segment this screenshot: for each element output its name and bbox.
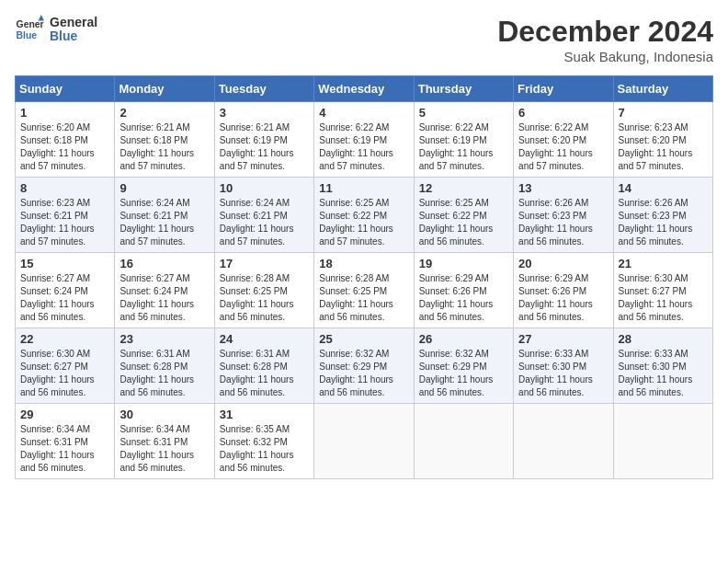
day-info: Sunrise: 6:32 AM Sunset: 6:29 PM Dayligh…: [419, 348, 508, 399]
calendar-cell: 31 Sunrise: 6:35 AM Sunset: 6:32 PM Dayl…: [214, 404, 313, 479]
calendar-cell: 24 Sunrise: 6:31 AM Sunset: 6:28 PM Dayl…: [214, 328, 313, 404]
day-number: 25: [319, 332, 408, 346]
day-number: 9: [119, 181, 209, 195]
logo: General Blue General Blue: [15, 15, 97, 44]
day-info: Sunrise: 6:34 AM Sunset: 6:31 PM Dayligh…: [20, 423, 109, 475]
day-info: Sunrise: 6:33 AM Sunset: 6:30 PM Dayligh…: [619, 348, 708, 399]
day-info: Sunrise: 6:25 AM Sunset: 6:22 PM Dayligh…: [419, 197, 508, 248]
day-info: Sunrise: 6:22 AM Sunset: 6:19 PM Dayligh…: [319, 121, 408, 173]
calendar-cell: [613, 404, 712, 479]
calendar-cell: 4 Sunrise: 6:22 AM Sunset: 6:19 PM Dayli…: [314, 102, 414, 178]
day-info: Sunrise: 6:22 AM Sunset: 6:19 PM Dayligh…: [419, 121, 508, 173]
day-number: 19: [419, 257, 508, 270]
day-number: 17: [220, 257, 309, 270]
calendar-cell: 30 Sunrise: 6:34 AM Sunset: 6:31 PM Dayl…: [115, 404, 214, 479]
calendar-cell: 28 Sunrise: 6:33 AM Sunset: 6:30 PM Dayl…: [613, 328, 712, 404]
logo-blue: Blue: [50, 29, 97, 43]
day-info: Sunrise: 6:33 AM Sunset: 6:30 PM Dayligh…: [518, 348, 608, 399]
day-number: 2: [119, 106, 209, 120]
day-number: 30: [119, 408, 209, 421]
calendar-cell: 2 Sunrise: 6:21 AM Sunset: 6:18 PM Dayli…: [115, 102, 214, 178]
day-number: 13: [518, 181, 608, 195]
calendar-cell: 5 Sunrise: 6:22 AM Sunset: 6:19 PM Dayli…: [414, 102, 513, 178]
calendar-cell: 25 Sunrise: 6:32 AM Sunset: 6:29 PM Dayl…: [314, 328, 414, 404]
day-info: Sunrise: 6:32 AM Sunset: 6:29 PM Dayligh…: [319, 348, 408, 399]
day-info: Sunrise: 6:24 AM Sunset: 6:21 PM Dayligh…: [119, 197, 209, 248]
calendar-cell: [414, 404, 513, 479]
day-info: Sunrise: 6:21 AM Sunset: 6:18 PM Dayligh…: [119, 121, 209, 173]
day-info: Sunrise: 6:28 AM Sunset: 6:25 PM Dayligh…: [220, 272, 309, 324]
day-number: 1: [20, 106, 109, 120]
location: Suak Bakung, Indonesia: [497, 49, 713, 64]
calendar-cell: [514, 404, 613, 479]
day-number: 14: [619, 181, 708, 195]
day-number: 18: [319, 257, 408, 270]
day-info: Sunrise: 6:29 AM Sunset: 6:26 PM Dayligh…: [419, 272, 508, 324]
calendar-cell: 6 Sunrise: 6:22 AM Sunset: 6:20 PM Dayli…: [514, 102, 613, 178]
calendar-cell: 22 Sunrise: 6:30 AM Sunset: 6:27 PM Dayl…: [16, 328, 115, 404]
calendar-week-row: 15 Sunrise: 6:27 AM Sunset: 6:24 PM Dayl…: [16, 253, 713, 328]
calendar-cell: 1 Sunrise: 6:20 AM Sunset: 6:18 PM Dayli…: [16, 102, 115, 178]
calendar-cell: 14 Sunrise: 6:26 AM Sunset: 6:23 PM Dayl…: [613, 178, 712, 253]
day-info: Sunrise: 6:24 AM Sunset: 6:21 PM Dayligh…: [220, 197, 309, 248]
calendar-cell: 8 Sunrise: 6:23 AM Sunset: 6:21 PM Dayli…: [16, 178, 115, 253]
calendar-week-row: 1 Sunrise: 6:20 AM Sunset: 6:18 PM Dayli…: [16, 102, 713, 178]
logo-general: General: [50, 16, 97, 29]
weekday-header: Friday: [514, 76, 613, 102]
calendar-cell: 21 Sunrise: 6:30 AM Sunset: 6:27 PM Dayl…: [613, 253, 712, 328]
logo-icon: General Blue: [15, 15, 44, 44]
day-number: 3: [220, 106, 309, 120]
day-number: 27: [518, 332, 608, 346]
day-info: Sunrise: 6:34 AM Sunset: 6:31 PM Dayligh…: [119, 423, 209, 475]
day-number: 28: [619, 332, 708, 346]
day-info: Sunrise: 6:31 AM Sunset: 6:28 PM Dayligh…: [119, 348, 209, 399]
calendar-cell: 20 Sunrise: 6:29 AM Sunset: 6:26 PM Dayl…: [514, 253, 613, 328]
day-info: Sunrise: 6:26 AM Sunset: 6:23 PM Dayligh…: [619, 197, 708, 248]
day-info: Sunrise: 6:22 AM Sunset: 6:20 PM Dayligh…: [518, 121, 608, 173]
calendar-header-row: SundayMondayTuesdayWednesdayThursdayFrid…: [16, 76, 713, 102]
day-number: 20: [518, 257, 608, 270]
day-number: 21: [619, 257, 708, 270]
calendar-cell: 19 Sunrise: 6:29 AM Sunset: 6:26 PM Dayl…: [414, 253, 513, 328]
day-info: Sunrise: 6:35 AM Sunset: 6:32 PM Dayligh…: [220, 423, 309, 475]
day-number: 24: [220, 332, 309, 346]
day-info: Sunrise: 6:23 AM Sunset: 6:20 PM Dayligh…: [619, 121, 708, 173]
calendar-cell: 13 Sunrise: 6:26 AM Sunset: 6:23 PM Dayl…: [514, 178, 613, 253]
day-info: Sunrise: 6:31 AM Sunset: 6:28 PM Dayligh…: [220, 348, 309, 399]
weekday-header: Thursday: [414, 76, 513, 102]
weekday-header: Saturday: [613, 76, 712, 102]
day-number: 26: [419, 332, 508, 346]
day-info: Sunrise: 6:28 AM Sunset: 6:25 PM Dayligh…: [319, 272, 408, 324]
day-number: 5: [419, 106, 508, 120]
svg-text:Blue: Blue: [17, 30, 38, 40]
calendar-cell: 23 Sunrise: 6:31 AM Sunset: 6:28 PM Dayl…: [115, 328, 214, 404]
svg-marker-2: [39, 15, 44, 20]
calendar-cell: 7 Sunrise: 6:23 AM Sunset: 6:20 PM Dayli…: [613, 102, 712, 178]
day-number: 22: [20, 332, 109, 346]
day-info: Sunrise: 6:30 AM Sunset: 6:27 PM Dayligh…: [619, 272, 708, 324]
day-number: 11: [319, 181, 408, 195]
calendar-week-row: 8 Sunrise: 6:23 AM Sunset: 6:21 PM Dayli…: [16, 178, 713, 253]
day-number: 6: [518, 106, 608, 120]
calendar-cell: 27 Sunrise: 6:33 AM Sunset: 6:30 PM Dayl…: [514, 328, 613, 404]
weekday-header: Monday: [115, 76, 214, 102]
day-number: 7: [619, 106, 708, 120]
day-info: Sunrise: 6:30 AM Sunset: 6:27 PM Dayligh…: [20, 348, 109, 399]
day-info: Sunrise: 6:25 AM Sunset: 6:22 PM Dayligh…: [319, 197, 408, 248]
weekday-header: Sunday: [16, 76, 115, 102]
calendar-cell: 11 Sunrise: 6:25 AM Sunset: 6:22 PM Dayl…: [314, 178, 414, 253]
calendar-cell: 29 Sunrise: 6:34 AM Sunset: 6:31 PM Dayl…: [16, 404, 115, 479]
day-info: Sunrise: 6:27 AM Sunset: 6:24 PM Dayligh…: [119, 272, 209, 324]
calendar-cell: 16 Sunrise: 6:27 AM Sunset: 6:24 PM Dayl…: [115, 253, 214, 328]
weekday-header: Wednesday: [314, 76, 414, 102]
day-number: 31: [220, 408, 309, 421]
calendar-cell: 9 Sunrise: 6:24 AM Sunset: 6:21 PM Dayli…: [115, 178, 214, 253]
calendar-week-row: 29 Sunrise: 6:34 AM Sunset: 6:31 PM Dayl…: [16, 404, 713, 479]
day-info: Sunrise: 6:21 AM Sunset: 6:19 PM Dayligh…: [220, 121, 309, 173]
calendar-cell: [314, 404, 414, 479]
day-info: Sunrise: 6:26 AM Sunset: 6:23 PM Dayligh…: [518, 197, 608, 248]
calendar-cell: 26 Sunrise: 6:32 AM Sunset: 6:29 PM Dayl…: [414, 328, 513, 404]
day-info: Sunrise: 6:29 AM Sunset: 6:26 PM Dayligh…: [518, 272, 608, 324]
calendar-cell: 3 Sunrise: 6:21 AM Sunset: 6:19 PM Dayli…: [214, 102, 313, 178]
calendar-week-row: 22 Sunrise: 6:30 AM Sunset: 6:27 PM Dayl…: [16, 328, 713, 404]
